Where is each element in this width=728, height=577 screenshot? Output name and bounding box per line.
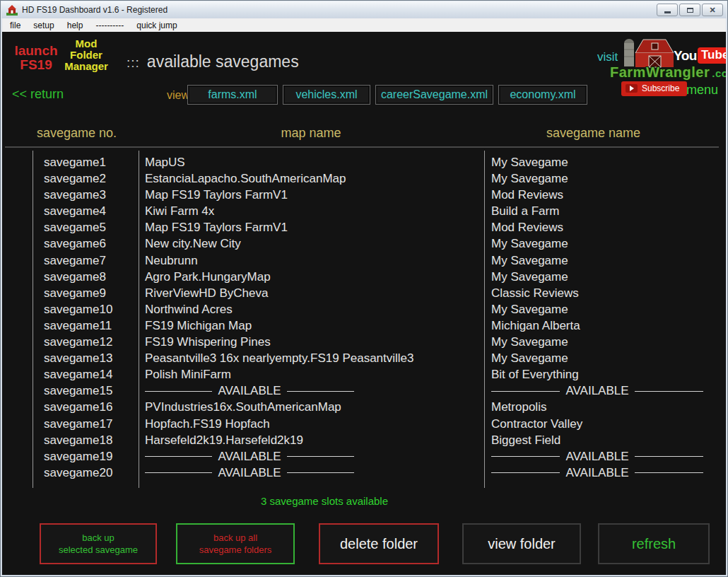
table-row[interactable]: savegame20AVAILABLEAVAILABLE (2, 466, 726, 482)
map-name-cell: AVAILABLE (145, 450, 354, 464)
minimize-button[interactable] (657, 4, 678, 16)
map-name-cell: FS19 Michigan Map (145, 319, 354, 333)
table-row[interactable]: savegame14Polish MiniFarmBit of Everythi… (2, 368, 726, 384)
menu-item-setup[interactable]: setup (27, 20, 60, 31)
menu-bar: filesetuphelp----------quick jump (2, 18, 726, 32)
table-row[interactable]: savegame19AVAILABLEAVAILABLE (2, 450, 726, 466)
mod-folder-manager-button[interactable]: Mod Folder Manager (61, 38, 111, 72)
tab-careersavegame-xml[interactable]: careerSavegame.xml (375, 85, 493, 105)
view-tabs: farms.xmlvehicles.xmlcareerSavegame.xmle… (187, 85, 587, 105)
brand-tld: .com (712, 67, 726, 79)
backup-selected-button[interactable]: back up selected savegame (40, 523, 157, 564)
map-name-cell: MapUS (145, 156, 354, 170)
map-name-cell: AVAILABLE (145, 466, 354, 480)
map-name-cell: Northwind Acres (145, 303, 354, 317)
savegame-no-cell: savegame19 (44, 450, 112, 464)
savegame-name-cell: My Savegame (491, 254, 703, 268)
map-name-cell-available-label: AVAILABLE (218, 384, 281, 398)
map-name-cell: EstanciaLapacho.SouthAmericanMap (145, 172, 354, 186)
column-header-savegame-no: savegame no. (37, 126, 117, 141)
close-icon: ✕ (709, 6, 715, 14)
menu-item-help[interactable]: help (61, 20, 90, 31)
savegame-no-cell: savegame2 (44, 172, 106, 186)
maximize-button[interactable] (679, 4, 700, 16)
savegame-name-cell: AVAILABLE (491, 466, 703, 480)
savegame-no-cell: savegame12 (44, 335, 112, 349)
table-row[interactable]: savegame12FS19 Whispering PinesMy Savega… (2, 335, 726, 351)
map-name-cell: PVIndustries16x.SouthAmericanMap (145, 400, 354, 414)
table-row[interactable]: savegame5Map FS19 Taylors FarmV1Mod Revi… (2, 221, 726, 237)
page-title-text: available savegames (147, 52, 299, 71)
slots-available-status: 3 savegame slots available (2, 495, 647, 507)
savegame-no-cell: savegame8 (44, 270, 106, 284)
map-name-cell: Map FS19 Taylors FarmV1 (145, 188, 354, 202)
map-name-cell: AVAILABLE (145, 384, 354, 398)
savegame-name-cell: Michigan Alberta (491, 319, 703, 333)
window-title: HD FS19 Dashboard v1.6 - Registered (22, 5, 168, 15)
column-header-map-name: map name (233, 126, 389, 141)
table-row[interactable]: savegame9RiverViewHD ByChevaClassic Revi… (2, 286, 726, 303)
table-row[interactable]: savegame10Northwind AcresMy Savegame (2, 303, 726, 319)
tab-vehicles-xml[interactable]: vehicles.xml (283, 85, 370, 105)
savegame-no-cell: savegame3 (44, 188, 106, 202)
table-row[interactable]: savegame17Hopfach.FS19 HopfachContractor… (2, 417, 726, 433)
backup-all-button[interactable]: back up all savegame folders (176, 523, 295, 564)
map-name-cell: Agro Park.HungaryMap (145, 270, 354, 284)
return-link[interactable]: << return (12, 87, 64, 102)
delete-folder-button[interactable]: delete folder (319, 523, 439, 564)
savegame-name-cell: Build a Farm (491, 204, 703, 218)
savegame-no-cell: savegame15 (44, 384, 112, 398)
table-row[interactable]: savegame1MapUSMy Savegame (2, 156, 726, 172)
table-row[interactable]: savegame16PVIndustries16x.SouthAmericanM… (2, 400, 726, 416)
savegame-name-cell: My Savegame (491, 156, 703, 170)
savegame-name-cell-available-label: AVAILABLE (565, 466, 628, 480)
tab-farms-xml[interactable]: farms.xml (187, 85, 278, 105)
main-content: launch FS19 Mod Folder Manager :::availa… (2, 32, 726, 575)
map-name-cell: Harsefeld2k19.Harsefeld2k19 (145, 433, 354, 448)
tab-economy-xml[interactable]: economy.xml (498, 85, 587, 105)
subscribe-button[interactable]: Subscribe (621, 81, 687, 96)
subscribe-label: Subscribe (642, 83, 679, 93)
page-title: :::available savegames (127, 52, 299, 71)
map-name-cell: Kiwi Farm 4x (145, 204, 354, 218)
savegame-name-cell: Mod Reviews (491, 221, 703, 235)
savegame-no-cell: savegame13 (44, 351, 112, 366)
table-row[interactable]: savegame6New city.New CityMy Savegame (2, 237, 726, 253)
map-name-cell-available-label: AVAILABLE (218, 466, 281, 480)
savegame-name-cell: My Savegame (491, 351, 703, 366)
menu-link[interactable]: menu (686, 83, 718, 98)
table-row[interactable]: savegame13Peasantville3 16x nearlyempty.… (2, 351, 726, 368)
savegame-no-cell: savegame11 (44, 319, 112, 333)
table-row[interactable]: savegame18Harsefeld2k19.Harsefeld2k19Big… (2, 433, 726, 450)
savegame-no-cell: savegame7 (44, 254, 106, 268)
table-row[interactable]: savegame8Agro Park.HungaryMapMy Savegame (2, 270, 726, 286)
youtube-tube-badge: Tube (698, 47, 726, 64)
table-row[interactable]: savegame3Map FS19 Taylors FarmV1Mod Revi… (2, 188, 726, 204)
refresh-button[interactable]: refresh (598, 523, 710, 564)
savegame-name-cell: Classic Reviews (491, 286, 703, 301)
savegame-table-rows: savegame1MapUSMy Savegamesavegame2Estanc… (2, 156, 726, 482)
savegame-name-cell: AVAILABLE (491, 450, 703, 464)
map-name-cell: Map FS19 Taylors FarmV1 (145, 221, 354, 235)
youtube-you-text: You (674, 48, 697, 64)
map-name-cell: Peasantville3 16x nearlyempty.FS19 Peasa… (145, 351, 354, 366)
savegame-name-cell: My Savegame (491, 303, 703, 317)
table-row[interactable]: savegame7NeubrunnMy Savegame (2, 254, 726, 270)
menu-item-file[interactable]: file (4, 20, 27, 31)
map-name-cell-available-label: AVAILABLE (218, 450, 281, 464)
farmwrangler-brand[interactable]: FarmWrangler.com (610, 64, 726, 81)
savegame-no-cell: savegame17 (44, 417, 112, 431)
menu-item-quick-jump[interactable]: quick jump (130, 20, 183, 31)
view-folder-button[interactable]: view folder (462, 523, 581, 564)
savegame-name-cell: Biggest Field (491, 433, 703, 448)
menu-item-separator: ---------- (89, 20, 130, 31)
savegame-name-cell-available-label: AVAILABLE (565, 450, 628, 464)
table-row[interactable]: savegame2EstanciaLapacho.SouthAmericanMa… (2, 172, 726, 188)
table-row[interactable]: savegame15AVAILABLEAVAILABLE (2, 384, 726, 400)
table-row[interactable]: savegame11FS19 Michigan MapMichigan Albe… (2, 319, 726, 335)
launch-fs19-button[interactable]: launch FS19 (11, 44, 61, 72)
youtube-logo-icon[interactable]: You Tube (674, 47, 726, 64)
map-name-cell: RiverViewHD ByCheva (145, 286, 354, 301)
table-row[interactable]: savegame4Kiwi Farm 4xBuild a Farm (2, 204, 726, 221)
close-button[interactable]: ✕ (702, 4, 723, 16)
